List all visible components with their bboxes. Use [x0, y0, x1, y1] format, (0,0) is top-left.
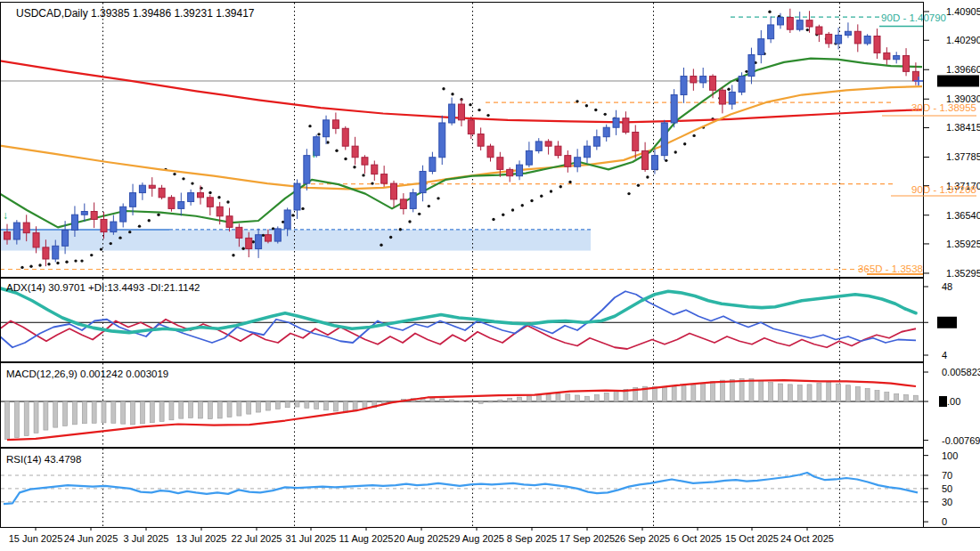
- candle-bearish[interactable]: [690, 77, 697, 83]
- date-label[interactable]: 24 Oct 2025: [780, 533, 834, 544]
- level-label-90d-low[interactable]: 90D - 1.37208: [911, 184, 976, 195]
- candle-bearish[interactable]: [710, 77, 716, 91]
- candle-bearish[interactable]: [854, 31, 861, 44]
- candle-bullish[interactable]: [410, 193, 416, 209]
- candle-bullish[interactable]: [13, 223, 20, 239]
- candle-bullish[interactable]: [517, 165, 523, 176]
- candle-bullish[interactable]: [139, 185, 145, 192]
- candle-bearish[interactable]: [874, 36, 880, 53]
- candle-bullish[interactable]: [81, 212, 87, 215]
- date-label[interactable]: 31 Jul 2025: [286, 533, 337, 544]
- candle-bullish[interactable]: [449, 104, 455, 123]
- candle-bullish[interactable]: [294, 183, 300, 210]
- candle-bullish[interactable]: [62, 230, 69, 246]
- candle-bullish[interactable]: [681, 77, 687, 95]
- candle-bearish[interactable]: [23, 223, 29, 233]
- date-label[interactable]: 24 Jun 2025: [64, 533, 118, 544]
- candle-bearish[interactable]: [342, 128, 348, 146]
- candle-bearish[interactable]: [207, 198, 213, 207]
- candle-bullish[interactable]: [729, 92, 735, 104]
- date-label[interactable]: 3 Jul 2025: [124, 533, 169, 544]
- axis-layer[interactable]: 1.409051.402901.396601.390301.384151.377…: [9, 6, 980, 544]
- candle-bullish[interactable]: [53, 246, 59, 259]
- date-label[interactable]: 26 Sep 2025: [615, 533, 670, 544]
- chart-canvas[interactable]: ↓↓ 1.409051.402901.396601.390301.384151.…: [0, 0, 980, 551]
- candle-bearish[interactable]: [33, 233, 39, 247]
- candle-bearish[interactable]: [478, 134, 484, 147]
- candle-bearish[interactable]: [43, 247, 49, 259]
- candle-bearish[interactable]: [216, 207, 223, 215]
- candle-bearish[interactable]: [458, 104, 464, 120]
- candle-bullish[interactable]: [768, 25, 774, 39]
- candle-bearish[interactable]: [806, 20, 813, 27]
- candle-bearish[interactable]: [787, 18, 793, 30]
- candle-bullish[interactable]: [671, 95, 677, 123]
- candle-bullish[interactable]: [323, 120, 330, 137]
- candle-bullish[interactable]: [593, 137, 600, 146]
- candle-bearish[interactable]: [826, 34, 832, 43]
- level-label-90d-high[interactable]: 90D - 1.40790: [881, 12, 946, 23]
- candle-bullish[interactable]: [274, 229, 281, 241]
- candle-bearish[interactable]: [372, 165, 378, 174]
- candle-bearish[interactable]: [884, 53, 890, 59]
- candle-bullish[interactable]: [778, 18, 784, 25]
- candle-bearish[interactable]: [507, 169, 513, 175]
- candle-bearish[interactable]: [623, 118, 629, 133]
- candle-bearish[interactable]: [565, 156, 571, 167]
- candle-bullish[interactable]: [535, 142, 542, 150]
- date-label[interactable]: 6 Oct 2025: [674, 533, 722, 544]
- candle-bullish[interactable]: [526, 150, 532, 165]
- candle-bearish[interactable]: [101, 219, 107, 231]
- candle-bearish[interactable]: [352, 146, 358, 158]
- candle-bearish[interactable]: [468, 120, 474, 134]
- date-label[interactable]: 8 Sep 2025: [507, 533, 557, 544]
- date-label[interactable]: 20 Aug 2025: [394, 533, 449, 544]
- date-label[interactable]: 11 Aug 2025: [339, 533, 394, 544]
- candle-bearish[interactable]: [719, 90, 725, 104]
- date-label[interactable]: 29 Aug 2025: [449, 533, 504, 544]
- candle-bearish[interactable]: [168, 198, 175, 209]
- date-label[interactable]: 22 Jul 2025: [232, 533, 282, 544]
- candle-bearish[interactable]: [642, 150, 649, 169]
- candle-bullish[interactable]: [613, 118, 619, 127]
- candle-bullish[interactable]: [845, 31, 851, 35]
- candle-bearish[interactable]: [487, 146, 494, 158]
- date-label[interactable]: 15 Oct 2025: [725, 533, 779, 544]
- candle-bullish[interactable]: [700, 77, 706, 83]
- candle-bullish[interactable]: [796, 20, 803, 29]
- candle-bullish[interactable]: [603, 127, 609, 136]
- candle-bullish[interactable]: [120, 207, 127, 222]
- candle-bullish[interactable]: [739, 77, 745, 93]
- candle-bullish[interactable]: [584, 146, 591, 158]
- candle-bearish[interactable]: [159, 188, 165, 197]
- candle-bearish[interactable]: [91, 212, 97, 220]
- candle-bullish[interactable]: [864, 36, 870, 44]
- candle-bullish[interactable]: [71, 215, 78, 230]
- candle-bearish[interactable]: [633, 132, 639, 150]
- candle-bearish[interactable]: [903, 56, 910, 72]
- candle-bearish[interactable]: [545, 142, 551, 146]
- candle-bearish[interactable]: [236, 227, 242, 238]
- candle-bullish[interactable]: [110, 222, 117, 232]
- candle-bullish[interactable]: [439, 123, 445, 158]
- candle-bullish[interactable]: [429, 158, 436, 172]
- candle-bullish[interactable]: [304, 156, 310, 183]
- candle-bearish[interactable]: [362, 158, 368, 165]
- date-label[interactable]: 15 Jun 2025: [9, 533, 63, 544]
- candle-bearish[interactable]: [265, 235, 271, 241]
- candle-bearish[interactable]: [497, 158, 503, 170]
- candle-bearish[interactable]: [381, 174, 388, 183]
- candle-bullish[interactable]: [420, 171, 426, 192]
- candle-bullish[interactable]: [256, 235, 262, 249]
- candle-bearish[interactable]: [149, 185, 155, 188]
- candle-bearish[interactable]: [555, 146, 561, 155]
- candle-bullish[interactable]: [748, 54, 755, 76]
- candle-bullish[interactable]: [130, 193, 136, 207]
- candle-bearish[interactable]: [816, 27, 822, 34]
- candle-bullish[interactable]: [284, 210, 290, 229]
- candle-bearish[interactable]: [391, 183, 397, 199]
- candle-bullish[interactable]: [575, 158, 581, 166]
- level-label-365d[interactable]: 365D - 1.3538: [858, 263, 923, 274]
- candle-bearish[interactable]: [198, 193, 204, 198]
- candle-bullish[interactable]: [661, 123, 667, 156]
